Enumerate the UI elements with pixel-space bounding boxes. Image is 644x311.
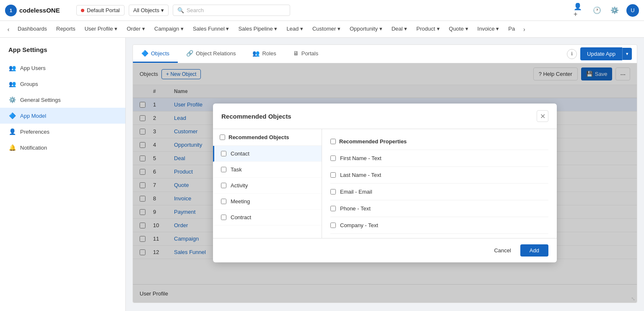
contact-checkbox[interactable] [221, 151, 226, 156]
sidebar-title: App Settings [0, 46, 125, 60]
activity-checkbox[interactable] [221, 183, 226, 188]
cancel-button[interactable]: Cancel [489, 245, 516, 256]
nav-reports[interactable]: Reports [52, 21, 80, 38]
nav-dashboards[interactable]: Dashboards [13, 21, 51, 38]
logo-text: codelessONE [19, 7, 60, 14]
settings-icon[interactable]: ⚙️ [609, 5, 621, 16]
task-checkbox[interactable] [221, 167, 226, 172]
tab-object-relations-label: Object Relations [196, 50, 236, 57]
search-placeholder: Search [187, 7, 204, 13]
topbar-right: 👤+ 🕐 ⚙️ U [574, 4, 639, 17]
modal-left-header-label: Recommended Objects [229, 134, 289, 140]
tab-object-relations[interactable]: 🔗 Object Relations [178, 45, 244, 63]
logo: 1 codelessONE [5, 5, 72, 16]
tab-objects-label: Objects [151, 50, 169, 57]
nav-sales-funnel[interactable]: Sales Funnel ▾ [189, 21, 234, 38]
recommended-props-select-all[interactable] [330, 139, 336, 144]
update-app-dropdown-button[interactable]: ▾ [622, 48, 632, 60]
modal-right-column: Recommended Properties First Name - Text… [322, 129, 557, 238]
tabs: 🔷 Objects 🔗 Object Relations 👥 Roles 🖥 P… [133, 45, 567, 63]
nav-deal[interactable]: Deal ▾ [387, 21, 411, 38]
chevron-down-icon: ▾ [161, 7, 164, 13]
modal-item-activity[interactable]: Activity [213, 178, 322, 194]
company-label: Company - Text [340, 222, 378, 228]
portal-label: Default Portal [87, 7, 120, 13]
modal-item-contact[interactable]: Contact [213, 146, 322, 162]
contract-checkbox[interactable] [221, 215, 226, 220]
tab-roles[interactable]: 👥 Roles [244, 45, 284, 63]
update-app-button-wrap: Update App ▾ [580, 47, 632, 60]
nav-quote[interactable]: Quote ▾ [445, 21, 473, 38]
nav-user-profile[interactable]: User Profile ▾ [80, 21, 122, 38]
sidebar-item-groups[interactable]: 👥 Groups [0, 76, 125, 92]
sidebar-label-app-model: App Model [20, 113, 46, 119]
nav-product[interactable]: Product ▾ [412, 21, 444, 38]
sidebar-label-notification: Notification [20, 145, 47, 151]
nav-right-arrow[interactable]: › [520, 21, 528, 38]
nav-sales-pipeline[interactable]: Sales Pipeline ▾ [234, 21, 281, 38]
update-app-button[interactable]: Update App [580, 47, 622, 60]
nav-pa[interactable]: Pa [504, 21, 519, 38]
objects-dropdown-label: All Objects [133, 7, 159, 13]
search-bar[interactable]: 🔍 Search [173, 5, 290, 16]
lastname-checkbox[interactable] [330, 172, 336, 178]
modal-prop-phone: Phone - Text [330, 200, 548, 217]
modal-item-task[interactable]: Task [213, 162, 322, 178]
lastname-label: Last Name - Text [340, 172, 381, 178]
meeting-label: Meeting [231, 198, 250, 205]
sidebar-item-app-model[interactable]: 🔷 App Model [0, 108, 125, 124]
modal-item-meeting[interactable]: Meeting [213, 194, 322, 210]
phone-label: Phone - Text [340, 205, 371, 212]
modal-footer: Cancel Add [213, 238, 557, 262]
main-layout: App Settings 👥 App Users 👥 Groups ⚙️ Gen… [0, 38, 644, 311]
sidebar-item-app-users[interactable]: 👥 App Users [0, 60, 125, 76]
add-button[interactable]: Add [520, 244, 548, 257]
general-settings-icon: ⚙️ [8, 96, 16, 104]
logo-icon: 1 [5, 5, 17, 16]
portal-selector[interactable]: Default Portal [76, 5, 125, 16]
recommended-objects-select-all[interactable] [220, 135, 225, 140]
app-users-icon: 👥 [8, 64, 16, 72]
nav-opportunity[interactable]: Opportunity ▾ [345, 21, 387, 38]
activity-label: Activity [231, 182, 248, 189]
sidebar-label-general-settings: General Settings [20, 97, 61, 103]
task-label: Task [231, 166, 242, 173]
sidebar-item-general-settings[interactable]: ⚙️ General Settings [0, 92, 125, 108]
modal-header: Recommended Objects ✕ [213, 104, 557, 129]
email-checkbox[interactable] [330, 189, 336, 194]
portals-tab-icon: 🖥 [293, 50, 299, 57]
nav-invoice[interactable]: Invoice ▾ [473, 21, 504, 38]
navbar: ‹ Dashboards Reports User Profile ▾ Orde… [0, 21, 644, 38]
tab-portals[interactable]: 🖥 Portals [285, 45, 327, 63]
app-model-icon: 🔷 [8, 112, 16, 119]
nav-lead[interactable]: Lead ▾ [282, 21, 307, 38]
nav-campaign[interactable]: Campaign ▾ [150, 21, 188, 38]
meeting-checkbox[interactable] [221, 199, 226, 204]
modal-prop-email: Email - Email [330, 184, 548, 200]
object-relations-tab-icon: 🔗 [186, 50, 193, 57]
modal-close-button[interactable]: ✕ [537, 110, 548, 122]
phone-checkbox[interactable] [330, 206, 336, 211]
tab-objects[interactable]: 🔷 Objects [133, 45, 178, 63]
sidebar-label-groups: Groups [20, 81, 38, 87]
sidebar-label-preferences: Preferences [20, 129, 49, 135]
history-icon[interactable]: 🕐 [591, 5, 603, 16]
add-user-icon[interactable]: 👤+ [574, 5, 585, 16]
notification-icon: 🔔 [8, 144, 16, 151]
firstname-checkbox[interactable] [330, 156, 336, 161]
modal-left-header: Recommended Objects [213, 129, 322, 146]
objects-dropdown[interactable]: All Objects ▾ [129, 5, 169, 16]
nav-customer[interactable]: Customer ▾ [308, 21, 345, 38]
modal-prop-company: Company - Text [330, 217, 548, 234]
recommended-objects-modal: Recommended Objects ✕ Recommended Object… [213, 104, 557, 262]
objects-tab-icon: 🔷 [141, 50, 148, 57]
company-checkbox[interactable] [330, 223, 336, 228]
avatar[interactable]: U [626, 4, 639, 17]
portal-dot [81, 9, 84, 12]
sidebar-item-preferences[interactable]: 👤 Preferences [0, 124, 125, 140]
nav-order[interactable]: Order ▾ [122, 21, 149, 38]
sidebar-item-notification[interactable]: 🔔 Notification [0, 140, 125, 156]
nav-left-arrow[interactable]: ‹ [4, 21, 13, 38]
modal-item-contract[interactable]: Contract [213, 210, 322, 225]
info-icon[interactable]: ℹ [567, 49, 577, 59]
